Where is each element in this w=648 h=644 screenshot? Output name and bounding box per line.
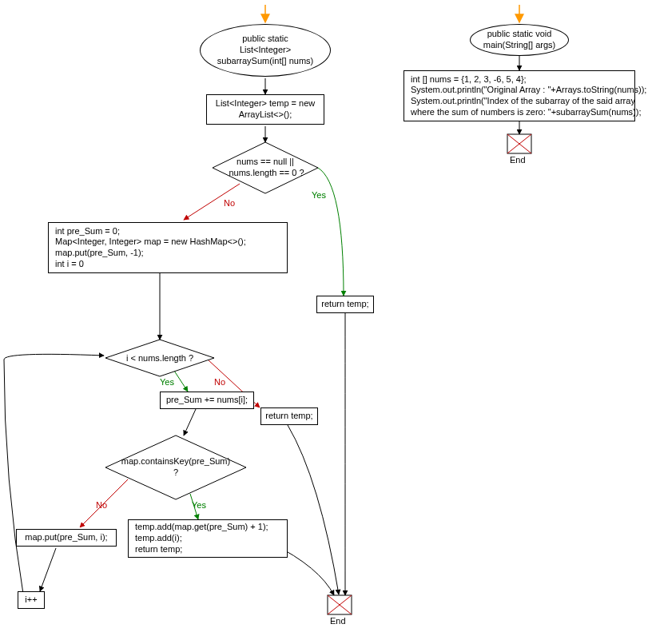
label-yes: Yes bbox=[160, 377, 174, 387]
node-main-body: int [] nums = {1, 2, 3, -6, 5, 4}; Syste… bbox=[404, 70, 635, 121]
label-no: No bbox=[214, 377, 225, 387]
node-text: return temp; bbox=[321, 299, 368, 310]
label-yes: Yes bbox=[312, 190, 326, 200]
decision-loop: i < nums.length ? bbox=[112, 352, 208, 366]
start-label: public static List<Integer> subarraySum(… bbox=[217, 34, 313, 66]
end-label-1: End bbox=[330, 616, 346, 626]
node-temp-new: List<Integer> temp = new ArrayList<>(); bbox=[206, 94, 324, 125]
decision-text: i < nums.length ? bbox=[126, 353, 193, 364]
node-text: int pre_Sum = 0; Map<Integer, Integer> m… bbox=[55, 226, 246, 270]
start-main: public static void main(String[] args) bbox=[470, 24, 569, 56]
flowchart-canvas: public static List<Integer> subarraySum(… bbox=[0, 0, 648, 644]
label-no: No bbox=[96, 500, 107, 510]
node-text: pre_Sum += nums[i]; bbox=[166, 395, 248, 406]
svg-line-5 bbox=[184, 409, 196, 435]
node-text: map.put(pre_Sum, i); bbox=[25, 532, 107, 543]
end-label-2: End bbox=[510, 155, 526, 165]
decision-text: map.containsKey(pre_Sum) ? bbox=[121, 456, 230, 479]
start-label: public static void main(String[] args) bbox=[483, 29, 555, 51]
node-text: int [] nums = {1, 2, 3, -6, 5, 4}; Syste… bbox=[411, 74, 646, 118]
node-map-put: map.put(pre_Sum, i); bbox=[16, 529, 117, 547]
node-text: List<Integer> temp = new ArrayList<>(); bbox=[216, 98, 315, 121]
node-text: temp.add(map.get(pre_Sum) + 1); temp.add… bbox=[135, 522, 268, 555]
node-init: int pre_Sum = 0; Map<Integer, Integer> m… bbox=[48, 222, 288, 273]
decision-null-check: nums == null || nums.length == 0 ? bbox=[213, 154, 318, 181]
svg-line-4 bbox=[174, 371, 188, 392]
decision-text: nums == null || nums.length == 0 ? bbox=[226, 157, 304, 179]
node-text: i++ bbox=[25, 594, 37, 606]
label-yes: Yes bbox=[192, 500, 206, 510]
node-return-temp-2: return temp; bbox=[260, 407, 318, 425]
node-found: temp.add(map.get(pre_Sum) + 1); temp.add… bbox=[128, 519, 288, 558]
node-increment: i++ bbox=[18, 591, 45, 609]
node-accum: pre_Sum += nums[i]; bbox=[160, 392, 254, 409]
start-subarraysum: public static List<Integer> subarraySum(… bbox=[200, 24, 331, 77]
node-text: return temp; bbox=[265, 411, 312, 422]
decision-containskey: map.containsKey(pre_Sum) ? bbox=[112, 454, 240, 481]
node-return-temp-1: return temp; bbox=[316, 296, 374, 313]
label-no: No bbox=[224, 198, 235, 208]
